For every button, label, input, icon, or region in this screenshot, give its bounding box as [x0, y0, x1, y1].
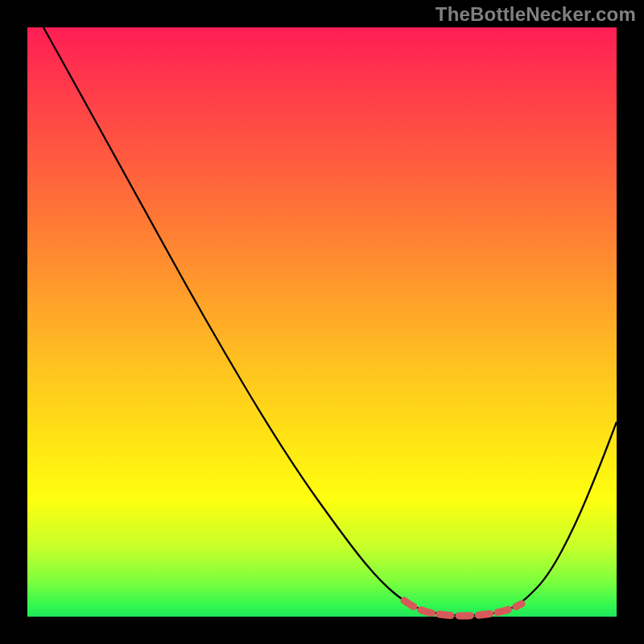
plot-area [27, 27, 617, 617]
watermark-text: TheBottleNecker.com [436, 3, 636, 26]
chart-frame: TheBottleNecker.com [0, 0, 644, 644]
curve-svg [27, 27, 617, 617]
bottleneck-curve [43, 27, 617, 616]
highlight-segment [404, 601, 522, 616]
